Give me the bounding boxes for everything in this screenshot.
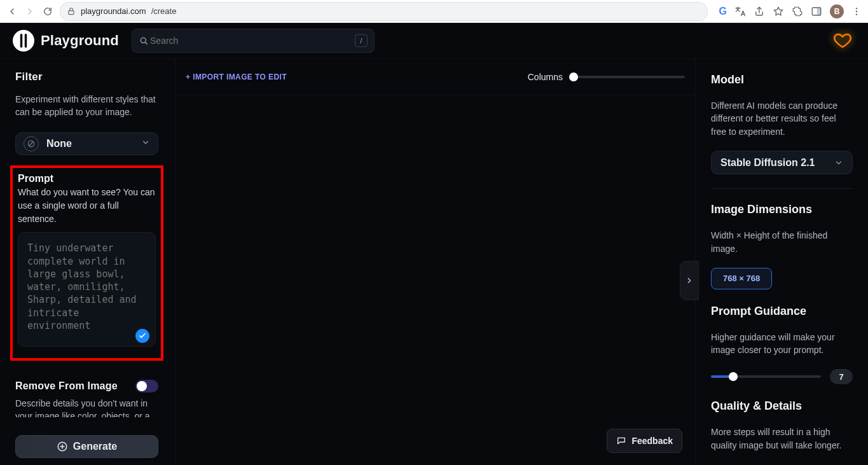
sidepanel-icon[interactable] <box>811 6 822 17</box>
chevron-down-icon <box>141 138 150 149</box>
guidance-track[interactable] <box>711 375 821 378</box>
right-edge-toggle[interactable] <box>680 261 699 300</box>
browser-actions: G B <box>719 4 862 18</box>
svg-point-6 <box>15 32 32 49</box>
forward-button[interactable] <box>24 6 36 17</box>
dimensions-chip[interactable]: 768 × 768 <box>711 268 772 289</box>
search-input[interactable] <box>149 35 355 46</box>
url-host: playgroundai.com <box>81 6 146 16</box>
model-selected-label: Stable Diffusion 2.1 <box>720 157 815 169</box>
canvas-area: + IMPORT IMAGE TO EDIT Columns <box>176 59 695 465</box>
filter-selected-label: None <box>46 138 72 149</box>
divider <box>711 188 853 189</box>
left-panel: Filter Experiment with different styles … <box>0 59 176 465</box>
google-icon[interactable]: G <box>719 6 727 17</box>
heart-icon[interactable] <box>830 29 855 52</box>
guidance-value: 7 <box>830 369 853 384</box>
dimensions-title: Image Dimensions <box>711 203 853 216</box>
guidance-slider[interactable]: 7 <box>711 369 853 384</box>
remove-toggle[interactable] <box>135 380 158 392</box>
kebab-menu-icon[interactable] <box>851 6 862 17</box>
prompt-title: Prompt <box>18 173 156 184</box>
none-icon <box>24 136 39 151</box>
prompt-section: Prompt What do you want to see? You can … <box>10 165 163 361</box>
prompt-textarea[interactable] <box>18 232 156 347</box>
import-image-link[interactable]: + IMPORT IMAGE TO EDIT <box>186 73 287 81</box>
address-bar[interactable]: playgroundai.com/create <box>60 2 708 21</box>
columns-thumb[interactable] <box>569 73 578 81</box>
extensions-icon[interactable] <box>792 6 803 17</box>
svg-point-7 <box>141 38 146 43</box>
reload-button[interactable] <box>42 6 53 17</box>
share-icon[interactable] <box>754 6 765 17</box>
filter-subtitle: Experiment with different styles that ca… <box>15 94 158 118</box>
logo-mark-icon <box>13 30 34 52</box>
filter-title: Filter <box>15 71 158 83</box>
plus-circle-icon <box>57 441 68 452</box>
model-title: Model <box>711 73 853 87</box>
guidance-subtitle: Higher guidance will make your image clo… <box>711 331 853 357</box>
app-name: Playground <box>41 32 119 49</box>
filter-select[interactable]: None <box>15 132 158 155</box>
search-bar[interactable]: / <box>132 29 375 53</box>
generate-button[interactable]: Generate <box>15 435 158 458</box>
chat-icon <box>616 436 626 446</box>
columns-track[interactable] <box>570 76 685 78</box>
dimensions-subtitle: Width × Height of the finished image. <box>711 229 853 255</box>
model-select[interactable]: Stable Diffusion 2.1 <box>711 151 853 174</box>
guidance-title: Prompt Guidance <box>711 305 853 318</box>
svg-point-4 <box>856 10 857 11</box>
guidance-thumb[interactable] <box>729 372 738 381</box>
columns-slider[interactable]: Columns <box>528 72 685 82</box>
svg-point-3 <box>856 8 857 9</box>
url-path: /create <box>151 6 177 16</box>
app-logo[interactable]: Playground <box>13 30 119 52</box>
lock-icon <box>67 7 76 16</box>
profile-avatar[interactable]: B <box>830 4 844 18</box>
svg-rect-2 <box>817 8 821 15</box>
back-button[interactable] <box>6 6 18 17</box>
model-subtitle: Different AI models can produce differen… <box>711 99 853 138</box>
quality-title: Quality & Details <box>711 399 853 413</box>
remove-subtitle: Describe details you don't want in your … <box>15 398 158 417</box>
quality-subtitle: More steps will result in a high quality… <box>711 426 853 452</box>
right-panel: Model Different AI models can produce di… <box>695 59 868 465</box>
svg-point-5 <box>856 13 857 15</box>
svg-rect-0 <box>69 10 74 14</box>
remove-title: Remove From Image <box>15 380 118 392</box>
star-icon[interactable] <box>773 6 784 17</box>
search-icon <box>139 36 149 46</box>
translate-icon[interactable] <box>734 6 746 17</box>
columns-label: Columns <box>528 72 563 82</box>
browser-chrome: playgroundai.com/create G B <box>0 0 868 23</box>
search-shortcut: / <box>355 34 368 47</box>
chevron-down-icon <box>834 158 843 167</box>
prompt-subtitle: What do you want to see? You can use a s… <box>18 186 156 226</box>
feedback-button[interactable]: Feedback <box>607 429 682 453</box>
